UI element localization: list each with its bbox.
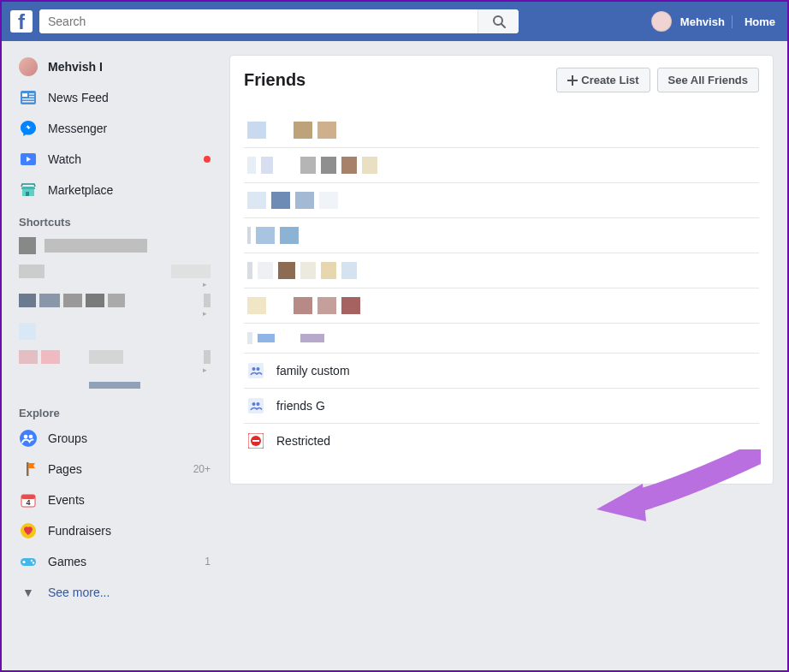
friends-list-icon — [247, 397, 264, 414]
friends-list-icon — [247, 362, 264, 379]
search-button[interactable] — [478, 9, 519, 33]
nav-home[interactable]: Home — [741, 15, 779, 28]
sidebar-item-label: Messenger — [48, 122, 211, 135]
list-label: friends G — [276, 399, 325, 413]
sidebar-item-label: Fundraisers — [48, 524, 211, 538]
sidebar-item-label: News Feed — [48, 91, 211, 104]
shortcut-item[interactable]: ▸ — [14, 288, 216, 318]
svg-point-25 — [252, 367, 256, 371]
panel-header: Friends Create List See All Friends — [244, 68, 759, 92]
sidebar-profile-name: Mehvish I — [48, 60, 211, 74]
fundraisers-icon — [19, 521, 38, 540]
svg-rect-5 — [29, 96, 34, 98]
notification-dot-icon — [204, 156, 211, 163]
sidebar-item-label: Marketplace — [48, 183, 211, 197]
sidebar-section-explore: Explore — [14, 396, 216, 423]
sidebar-item-messenger[interactable]: Messenger — [14, 113, 216, 144]
top-nav: f Mehvish Home — [2, 2, 787, 41]
svg-point-28 — [252, 402, 256, 406]
friend-list-row[interactable] — [244, 183, 759, 218]
create-list-label: Create List — [581, 74, 638, 86]
friend-list-friends-g[interactable]: friends G — [244, 389, 759, 424]
shortcut-item[interactable]: ▸ — [14, 232, 216, 288]
svg-rect-4 — [29, 93, 34, 95]
friend-list-row[interactable] — [244, 253, 759, 288]
list-label: Restricted — [276, 434, 330, 448]
svg-point-26 — [257, 367, 260, 371]
svg-point-11 — [20, 430, 37, 447]
avatar[interactable] — [651, 11, 672, 32]
svg-rect-21 — [23, 562, 26, 563]
sidebar-badge: 20+ — [193, 463, 211, 475]
sidebar-item-label: Watch — [48, 152, 193, 166]
sidebar-item-pages[interactable]: Pages 20+ — [14, 454, 216, 485]
top-right-nav: Mehvish Home — [651, 11, 779, 32]
annotation-arrow-icon — [590, 449, 761, 526]
page-title: Friends — [244, 70, 306, 90]
chevron-down-icon: ▼ — [19, 583, 38, 602]
search-input[interactable] — [39, 9, 478, 33]
friend-list-row[interactable] — [244, 324, 759, 354]
svg-rect-7 — [22, 101, 34, 103]
friends-panel: Friends Create List See All Friends — [229, 55, 774, 485]
main-content: Friends Create List See All Friends — [224, 41, 787, 618]
sidebar-item-label: Events — [48, 493, 211, 507]
svg-line-1 — [501, 24, 505, 27]
sidebar-item-groups[interactable]: Groups — [14, 423, 216, 454]
svg-rect-3 — [22, 93, 27, 97]
sidebar-item-marketplace[interactable]: Marketplace — [14, 175, 216, 205]
svg-marker-34 — [596, 484, 646, 521]
svg-rect-6 — [22, 98, 34, 100]
sidebar-item-label: Pages — [48, 462, 183, 476]
svg-rect-27 — [248, 398, 264, 413]
list-label: family custom — [276, 364, 350, 378]
sidebar-item-label: Groups — [48, 431, 211, 445]
svg-point-22 — [31, 560, 33, 562]
sidebar-item-games[interactable]: Games 1 — [14, 546, 216, 577]
create-list-button[interactable]: Create List — [556, 68, 650, 92]
sidebar-item-newsfeed[interactable]: News Feed — [14, 82, 216, 113]
friend-list-row[interactable] — [244, 113, 759, 148]
top-user-name[interactable]: Mehvish — [680, 15, 733, 28]
friend-list-restricted[interactable]: Restricted — [244, 424, 759, 458]
pages-icon — [19, 460, 38, 479]
sidebar-badge: 1 — [205, 556, 211, 568]
sidebar-see-more[interactable]: ▼ See more... — [14, 577, 216, 608]
svg-point-23 — [33, 562, 34, 563]
groups-icon — [19, 429, 38, 448]
svg-point-12 — [24, 435, 28, 439]
profile-avatar-icon — [19, 57, 38, 76]
plus-icon — [567, 75, 578, 86]
svg-point-29 — [257, 402, 260, 406]
svg-marker-33 — [600, 487, 643, 516]
sidebar-item-fundraisers[interactable]: Fundraisers — [14, 515, 216, 546]
newsfeed-icon — [19, 88, 38, 107]
sidebar-profile[interactable]: Mehvish I — [14, 51, 216, 82]
sidebar-item-label: Games — [48, 555, 194, 568]
watch-icon — [19, 150, 38, 169]
friend-list-family-custom[interactable]: family custom — [244, 354, 759, 389]
sidebar-item-watch[interactable]: Watch — [14, 144, 216, 175]
facebook-logo-icon[interactable]: f — [10, 10, 33, 33]
see-all-friends-button[interactable]: See All Friends — [657, 68, 759, 92]
marketplace-icon — [19, 181, 38, 199]
friend-list-row[interactable] — [244, 288, 759, 324]
games-icon — [19, 552, 38, 571]
sidebar-item-events[interactable]: 4 Events — [14, 485, 216, 515]
left-sidebar: Mehvish I News Feed Messenger Watch — [2, 41, 224, 618]
search-box — [39, 9, 519, 33]
shortcut-item[interactable]: ▸ — [14, 318, 216, 374]
svg-rect-32 — [252, 440, 259, 442]
see-all-label: See All Friends — [668, 74, 748, 86]
sidebar-section-shortcuts: Shortcuts — [14, 205, 216, 232]
friend-list-row[interactable] — [244, 148, 759, 183]
svg-rect-2 — [21, 91, 36, 104]
svg-text:4: 4 — [26, 498, 30, 507]
friend-list-row[interactable] — [244, 218, 759, 253]
events-icon: 4 — [19, 491, 38, 509]
svg-rect-10 — [26, 192, 29, 196]
svg-point-13 — [29, 435, 33, 439]
messenger-icon — [19, 119, 38, 138]
search-icon — [492, 15, 506, 28]
see-more-label: See more... — [48, 586, 211, 599]
